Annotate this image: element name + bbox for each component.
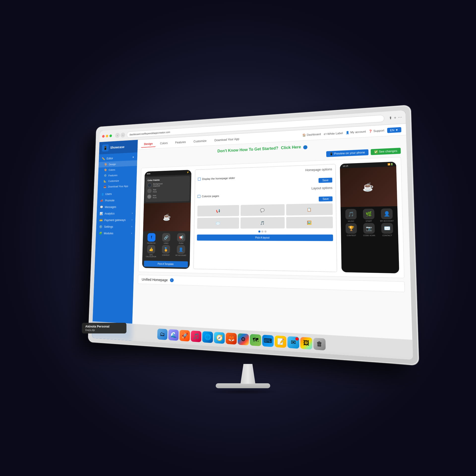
sidebar-item-messages[interactable]: 💬 Messages: [97, 203, 136, 210]
layout-thumb-1[interactable]: 📢: [197, 205, 239, 216]
unified-homepage-title: Unified Homepage: [142, 277, 168, 282]
dock-maps[interactable]: 🗺: [250, 334, 261, 346]
dock-safari[interactable]: 🧭: [214, 332, 225, 344]
my-account-link[interactable]: 👤 My account: [346, 130, 366, 134]
rphone-contest-label: CONTEST: [347, 235, 356, 236]
payment-expand-icon: ›: [132, 219, 132, 221]
dock-firefox[interactable]: 🦊: [226, 332, 237, 345]
unified-info-icon[interactable]: i: [170, 278, 174, 282]
add-tab-icon[interactable]: +: [394, 115, 396, 119]
rphone-icon-start: 🌿 START: [360, 208, 377, 222]
modules-label: Modules: [104, 232, 114, 235]
scene: ‹ › dashboard.swiftspeeddappcreator.com …: [0, 0, 476, 476]
tab-colors[interactable]: Colors: [157, 140, 171, 147]
support-link[interactable]: ❓ Support: [369, 129, 385, 133]
close-button[interactable]: [102, 135, 105, 138]
tab-design[interactable]: Design: [141, 141, 156, 148]
sidebar-item-promote[interactable]: 📣 Promote: [97, 197, 136, 204]
save-layout-btn[interactable]: Save: [319, 196, 333, 202]
dashboard-link[interactable]: 🏠 Dashboard: [302, 133, 321, 137]
left-phone-icons-grid: f FACEBOOK 🔗 LINKS 📢: [142, 231, 190, 260]
preview-phone-btn[interactable]: 📱 Preview on your phone: [326, 149, 368, 157]
minimize-button[interactable]: [106, 135, 108, 137]
links-label: LINKS: [164, 242, 169, 244]
sidebar: 📱 Showcase ✏️ Editor ▼ 🎨: [92, 140, 138, 341]
payment-icon: 💳: [99, 218, 103, 222]
sidebar-item-modules[interactable]: 🧩 Modules ›: [96, 230, 135, 237]
sidebar-item-analytics[interactable]: 📊 Analytics ›: [97, 210, 136, 217]
left-phone-preview: ●●● ⚡ Color Palette Background#2a3139: [142, 170, 191, 269]
sidebar-item-settings[interactable]: ⚙️ Settings ›: [96, 223, 135, 230]
dock-vscode[interactable]: ⌨: [262, 335, 274, 347]
lang-button[interactable]: EN ▼: [387, 127, 401, 133]
white-label-link[interactable]: 🏷 White Label: [324, 131, 343, 136]
layout-thumb-6[interactable]: 🖼️: [286, 216, 333, 228]
push-label: PUSH: [179, 242, 183, 244]
main-content: Design Colors Features Customize Downloa…: [132, 124, 413, 360]
layout-grid: 📢 💬 📋 ✉️ 🎵 🖼️: [197, 203, 333, 229]
payment-label: Payment gateways: [104, 218, 126, 222]
right-phone-hero: ☕: [340, 166, 397, 207]
dock-siri[interactable]: 🌊: [168, 329, 179, 341]
layout-thumb-5[interactable]: 🎵: [240, 217, 285, 229]
dot-3[interactable]: [264, 231, 266, 233]
display-slider-checkbox[interactable]: [198, 178, 201, 181]
help-link[interactable]: Click Here: [281, 145, 301, 150]
forward-button[interactable]: ›: [120, 132, 125, 138]
dock-photos[interactable]: 🖼: [300, 337, 312, 350]
left-phone-signal: ●●●: [147, 173, 150, 175]
rphone-icon-myaccount: 👤 MY ACCOUNT: [378, 208, 395, 222]
back-button[interactable]: ‹: [115, 133, 120, 138]
dock-notes[interactable]: 📝: [275, 335, 286, 348]
rphone-icon-contest: 🏆 CONTEST: [343, 223, 360, 236]
dock-chrome[interactable]: ⚙: [238, 333, 249, 345]
layout-thumb-3[interactable]: 📋: [286, 203, 333, 215]
sidebar-customize-label: Customize: [108, 179, 119, 182]
info-icon[interactable]: i: [303, 145, 307, 149]
stand-neck: [240, 364, 255, 384]
dock-launchpad[interactable]: 🚀: [179, 330, 190, 341]
pick-template-btn[interactable]: Pick A Template: [144, 261, 188, 267]
left-phone-status-bar: ●●● ⚡: [145, 170, 191, 176]
colorize-checkbox[interactable]: [198, 195, 200, 198]
tab-download[interactable]: Download Your App: [211, 136, 243, 144]
tab-customize[interactable]: Customize: [190, 138, 210, 145]
settings-label: Settings: [104, 225, 113, 228]
colors-icon: 🎨: [104, 169, 107, 172]
sidebar-item-payment[interactable]: 💳 Payment gateways ›: [96, 216, 136, 223]
analytics-icon: 📊: [100, 212, 103, 215]
download-icon: 📥: [103, 185, 106, 188]
dot-1[interactable]: [258, 231, 260, 233]
rphone-icon-contact: ✉️ CONTACT: [378, 223, 396, 237]
right-phone-icons: 📶🔋: [387, 163, 393, 165]
dock-trash[interactable]: 🗑: [313, 338, 326, 350]
phone-icon-facebook: f FACEBOOK: [145, 233, 158, 244]
layout-thumb-4[interactable]: ✉️: [197, 217, 239, 229]
tab-features[interactable]: Features: [172, 139, 189, 146]
customize-icon: 📐: [104, 179, 107, 182]
sidebar-item-download[interactable]: 📥 Download Your App: [98, 183, 137, 190]
sidebar-features-label: Features: [108, 174, 118, 177]
more-icon[interactable]: ⋯: [398, 115, 402, 119]
links-icon-circle: 🔗: [162, 233, 170, 242]
pick-layout-btn[interactable]: Pick A layout: [197, 235, 333, 241]
see-changes-btn[interactable]: ✅ See changes: [371, 148, 401, 155]
color-palette-panel: Color Palette Background#2a3139 Text#111: [145, 176, 190, 202]
analytics-expand-icon: ›: [132, 212, 133, 214]
sidebar-item-users[interactable]: 👥 Users: [97, 190, 136, 198]
myaccount-label: MY ACCOUNT: [176, 254, 186, 256]
dot-2[interactable]: [261, 231, 263, 233]
layout-thumb-2[interactable]: 💬: [240, 204, 285, 216]
dock-finder[interactable]: 🗂: [157, 328, 168, 340]
dock-edge[interactable]: 🌐: [202, 331, 213, 343]
save-homepage-btn[interactable]: Save: [319, 178, 332, 183]
dock-music[interactable]: 🎵: [191, 330, 201, 342]
dock-mail[interactable]: ✉ !: [287, 336, 299, 349]
share-icon[interactable]: ⬆: [389, 116, 392, 120]
left-phone-battery: ⚡: [186, 171, 189, 174]
users-label: Users: [105, 192, 112, 196]
tips-icon-circle: 👍: [147, 245, 155, 254]
bg-swatch: [147, 183, 152, 187]
rphone-codescan-circle: 📷: [363, 223, 375, 234]
fullscreen-button[interactable]: [109, 134, 112, 137]
